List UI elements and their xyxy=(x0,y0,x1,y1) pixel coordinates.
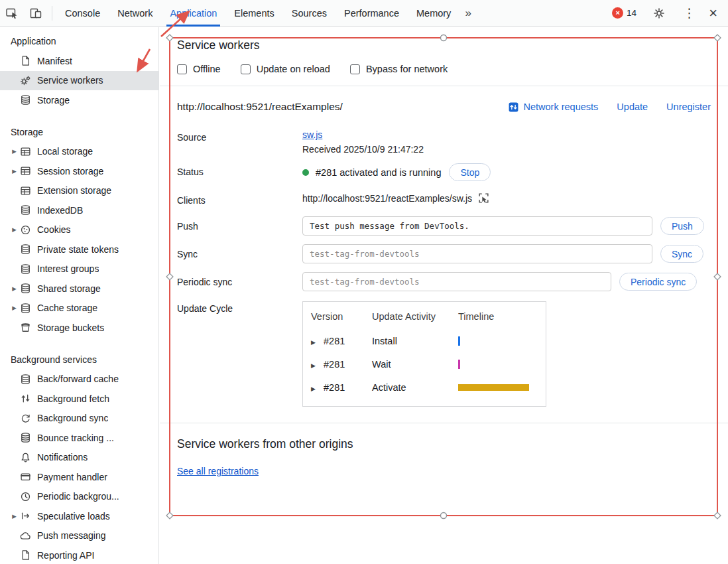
see-all-registrations-link[interactable]: See all registrations xyxy=(177,466,259,476)
service-workers-panel: Service workers Offline Update on reload… xyxy=(160,27,728,564)
other-origins-section: Service workers from other origins See a… xyxy=(160,423,728,491)
database-icon xyxy=(20,374,31,385)
periodic-sync-tag-input[interactable] xyxy=(302,272,611,291)
expander-icon[interactable] xyxy=(311,382,324,393)
update-cycle-row-install: #281 Install xyxy=(303,330,546,353)
sidebar-item-back-forward-cache[interactable]: Back/forward cache xyxy=(0,370,158,389)
expander-icon[interactable] xyxy=(311,336,324,346)
focus-client-icon[interactable] xyxy=(478,192,489,204)
sidebar-item-storage[interactable]: Storage xyxy=(0,90,158,110)
sync-icon xyxy=(20,413,31,424)
database-icon xyxy=(20,432,31,443)
sidebar-item-push-messaging[interactable]: Push messaging xyxy=(0,526,158,546)
sidebar-item-bounce-tracking[interactable]: Bounce tracking ... xyxy=(0,428,158,448)
expander-icon[interactable] xyxy=(9,285,20,292)
update-on-reload-checkbox[interactable]: Update on reload xyxy=(241,64,330,74)
sidebar-item-periodic-background-sync[interactable]: Periodic backgrou... xyxy=(0,487,158,507)
console-error-badge[interactable]: × 14 xyxy=(612,7,637,19)
expander-icon[interactable] xyxy=(311,359,324,370)
file-icon xyxy=(20,549,31,561)
sidebar-item-indexeddb[interactable]: IndexedDB xyxy=(0,200,158,220)
card-icon xyxy=(20,471,31,482)
more-options-icon[interactable]: ⋮ xyxy=(682,7,697,19)
expander-icon[interactable] xyxy=(9,168,20,175)
push-button[interactable]: Push xyxy=(660,217,704,235)
timeline-bar-activate xyxy=(458,384,529,391)
registration-origin: http://localhost:9521/reactExamples/ xyxy=(177,101,343,113)
sync-tag-input[interactable] xyxy=(302,244,652,263)
sidebar-item-interest-groups[interactable]: Interest groups xyxy=(0,259,158,279)
sidebar-section-background-services: Background services xyxy=(0,346,158,370)
periodic-sync-button[interactable]: Periodic sync xyxy=(619,273,697,291)
push-message-input[interactable] xyxy=(302,216,652,236)
expander-icon[interactable] xyxy=(9,226,20,233)
status-running-dot xyxy=(302,169,309,176)
checkbox-icon[interactable] xyxy=(241,64,251,74)
sidebar-item-payment-handler[interactable]: Payment handler xyxy=(0,467,158,487)
tab-console[interactable]: Console xyxy=(56,0,109,27)
offline-checkbox[interactable]: Offline xyxy=(177,64,221,74)
sidebar-item-extension-storage[interactable]: Extension storage xyxy=(0,181,158,201)
network-requests-link[interactable]: Network requests xyxy=(508,102,599,113)
database-icon xyxy=(20,303,31,314)
tab-application[interactable]: Application xyxy=(161,0,225,27)
stop-button[interactable]: Stop xyxy=(449,163,491,181)
close-devtools-icon[interactable]: × xyxy=(707,6,719,21)
sidebar-item-notifications[interactable]: Notifications xyxy=(0,448,158,468)
status-text: #281 activated and is running xyxy=(316,167,441,178)
sync-button[interactable]: Sync xyxy=(660,245,703,263)
database-icon xyxy=(20,263,31,275)
file-icon xyxy=(20,55,31,66)
client-url: http://localhost:9521/reactExamples/sw.j… xyxy=(302,193,472,204)
sidebar-item-session-storage[interactable]: Session storage xyxy=(0,161,158,181)
sidebar-item-service-workers[interactable]: Service workers xyxy=(0,71,158,91)
database-icon xyxy=(20,204,31,216)
tab-elements[interactable]: Elements xyxy=(225,0,282,27)
page-title: Service workers xyxy=(177,38,711,52)
sidebar-item-shared-storage[interactable]: Shared storage xyxy=(0,279,158,299)
inspect-element-icon[interactable] xyxy=(1,5,23,21)
push-label: Push xyxy=(177,216,302,232)
tab-network[interactable]: Network xyxy=(109,0,161,27)
sidebar-item-local-storage[interactable]: Local storage xyxy=(0,142,158,162)
sidebar-item-manifest[interactable]: Manifest xyxy=(0,51,158,71)
clock-icon xyxy=(20,491,31,502)
database-icon xyxy=(20,283,31,294)
error-icon: × xyxy=(612,7,623,19)
expander-icon[interactable] xyxy=(9,513,20,520)
sidebar-section-storage: Storage xyxy=(0,118,158,142)
update-link[interactable]: Update xyxy=(617,102,648,112)
cloud-icon xyxy=(20,530,31,541)
sidebar-item-private-state-tokens[interactable]: Private state tokens xyxy=(0,240,158,259)
sidebar-item-background-sync[interactable]: Background sync xyxy=(0,409,158,429)
tab-sources[interactable]: Sources xyxy=(283,0,335,27)
tab-performance[interactable]: Performance xyxy=(335,0,408,27)
cookie-icon xyxy=(20,224,31,236)
status-label: Status xyxy=(177,163,302,177)
sidebar-item-cookies[interactable]: Cookies xyxy=(0,220,158,240)
sidebar-item-background-fetch[interactable]: Background fetch xyxy=(0,389,158,409)
table-icon xyxy=(20,165,31,176)
checkbox-icon[interactable] xyxy=(350,64,360,74)
sidebar-section-application: Application xyxy=(0,27,158,51)
expander-icon[interactable] xyxy=(9,305,20,311)
clients-label: Clients xyxy=(177,192,302,206)
source-label: Source xyxy=(177,129,302,143)
more-tabs-button[interactable]: » xyxy=(459,0,476,27)
device-toolbar-icon[interactable] xyxy=(25,5,46,21)
sidebar-item-storage-buckets[interactable]: Storage buckets xyxy=(0,318,158,338)
settings-gear-icon[interactable] xyxy=(648,5,670,21)
source-file-link[interactable]: sw.js xyxy=(302,129,322,140)
checkbox-icon[interactable] xyxy=(177,64,187,74)
tab-memory[interactable]: Memory xyxy=(408,0,459,27)
devtools-window: Console Network Application Elements Sou… xyxy=(0,0,728,564)
update-cycle-label: Update Cycle xyxy=(177,300,302,314)
sidebar-item-cache-storage[interactable]: Cache storage xyxy=(0,299,158,318)
devtools-toolbar: Console Network Application Elements Sou… xyxy=(0,0,728,27)
sidebar-item-speculative-loads[interactable]: Speculative loads xyxy=(0,506,158,526)
sidebar-item-reporting-api[interactable]: Reporting API xyxy=(0,545,158,564)
expander-icon[interactable] xyxy=(9,148,20,155)
bypass-for-network-checkbox[interactable]: Bypass for network xyxy=(350,64,448,74)
update-cycle-table: Version Update Activity Timeline #281 In… xyxy=(302,301,546,407)
unregister-link[interactable]: Unregister xyxy=(666,102,711,112)
